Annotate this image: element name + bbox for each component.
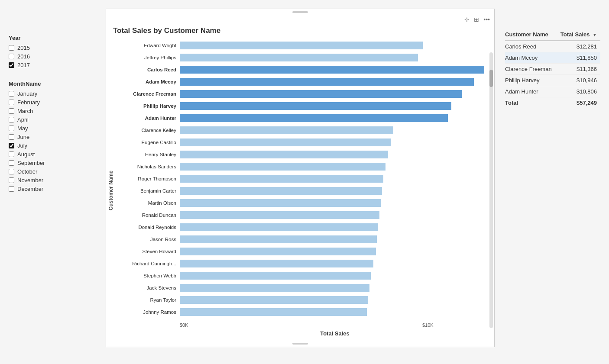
bar-row[interactable]: Ryan Taylor bbox=[116, 294, 490, 306]
year-filter-item-2015[interactable]: 2015 bbox=[9, 45, 95, 51]
right-table: Customer Name Total Sales ▼ Carlos Reed$… bbox=[505, 9, 600, 108]
bar-row[interactable]: Steven Howard bbox=[116, 245, 490, 258]
bar-track bbox=[180, 223, 490, 231]
table-cell-sales: $11,366 bbox=[558, 64, 600, 75]
table-row[interactable]: Phillip Harvey$10,946 bbox=[505, 75, 600, 86]
month-filter-item-July[interactable]: July bbox=[9, 142, 95, 149]
bar-row[interactable]: Johnny Ramos bbox=[116, 306, 490, 318]
bar-row[interactable]: Phillip Harvey bbox=[116, 100, 490, 112]
table-row[interactable]: Clarence Freeman$11,366 bbox=[505, 64, 600, 75]
expand-icon[interactable]: ⊞ bbox=[474, 16, 479, 23]
bar-track bbox=[180, 90, 490, 98]
month-filter-item-December[interactable]: December bbox=[9, 186, 95, 192]
bar-fill bbox=[180, 139, 391, 146]
x-tick-0: $0K bbox=[180, 322, 188, 328]
bar-track bbox=[180, 163, 490, 171]
bar-fill bbox=[180, 211, 379, 219]
x-tick-container: $0K$10K bbox=[180, 320, 490, 328]
handle-bar-top bbox=[292, 11, 308, 13]
bar-fill bbox=[180, 248, 376, 255]
col-total-sales[interactable]: Total Sales ▼ bbox=[558, 29, 600, 41]
bar-row[interactable]: Adam Mccoy bbox=[116, 76, 490, 88]
bar-label: Adam Mccoy bbox=[116, 79, 180, 84]
handle-bar-bottom bbox=[292, 343, 308, 345]
bar-row[interactable]: Jason Ross bbox=[116, 233, 490, 245]
month-filter-item-January[interactable]: January bbox=[9, 90, 95, 97]
bar-track bbox=[180, 151, 490, 158]
table-cell-sales: $10,946 bbox=[558, 75, 600, 86]
year-filter-title: Year bbox=[9, 35, 95, 41]
bar-fill bbox=[180, 235, 377, 243]
bar-row[interactable]: Jack Stevens bbox=[116, 282, 490, 294]
month-filter-item-February[interactable]: February bbox=[9, 99, 95, 106]
bar-fill bbox=[180, 151, 388, 158]
bar-row[interactable]: Roger Thompson bbox=[116, 173, 490, 185]
bar-track bbox=[180, 139, 490, 146]
bar-row[interactable]: Edward Wright bbox=[116, 39, 490, 52]
bar-label: Carlos Reed bbox=[116, 67, 180, 72]
month-filter-item-April[interactable]: April bbox=[9, 116, 95, 123]
bar-track bbox=[180, 102, 490, 110]
month-filter-item-October[interactable]: October bbox=[9, 168, 95, 175]
bar-fill bbox=[180, 114, 448, 122]
bar-fill bbox=[180, 284, 369, 292]
bar-row[interactable]: Carlos Reed bbox=[116, 64, 490, 76]
bar-row[interactable]: Stephen Webb bbox=[116, 270, 490, 282]
chart-title: Total Sales by Customer Name bbox=[106, 25, 494, 39]
month-filter-title: MonthName bbox=[9, 81, 95, 87]
bar-track bbox=[180, 284, 490, 292]
table-total-value: $57,249 bbox=[558, 97, 600, 109]
bar-row[interactable]: Eugene Castillo bbox=[116, 136, 490, 148]
month-filter-item-May[interactable]: May bbox=[9, 125, 95, 132]
bar-label: Steven Howard bbox=[116, 249, 180, 254]
x-axis-ticks: $0K$10K bbox=[116, 318, 490, 329]
bar-label: Richard Cunningh... bbox=[116, 261, 180, 266]
bar-label: Johnny Ramos bbox=[116, 309, 180, 315]
bar-row[interactable]: Richard Cunningh... bbox=[116, 258, 490, 270]
table-row[interactable]: Adam Mccoy$11,850 bbox=[505, 52, 600, 64]
table-cell-name: Adam Hunter bbox=[505, 86, 558, 97]
bar-track bbox=[180, 260, 490, 267]
table-row[interactable]: Adam Hunter$10,806 bbox=[505, 86, 600, 97]
chart-toolbar: ⊹ ⊞ ••• bbox=[106, 14, 494, 25]
bar-row[interactable]: Henry Stanley bbox=[116, 148, 490, 161]
table-row[interactable]: Carlos Reed$12,281 bbox=[505, 41, 600, 52]
bar-row[interactable]: Jeffrey Phillips bbox=[116, 52, 490, 64]
bar-label: Stephen Webb bbox=[116, 273, 180, 278]
month-filter-item-August[interactable]: August bbox=[9, 151, 95, 158]
more-icon[interactable]: ••• bbox=[483, 16, 490, 23]
table-cell-sales: $12,281 bbox=[558, 41, 600, 52]
bar-fill bbox=[180, 102, 451, 110]
bar-row[interactable]: Clarence Kelley bbox=[116, 124, 490, 136]
bar-row[interactable]: Donald Reynolds bbox=[116, 221, 490, 233]
month-filter-item-March[interactable]: March bbox=[9, 108, 95, 114]
x-tick-1: $10K bbox=[422, 322, 434, 328]
year-filter-item-2016[interactable]: 2016 bbox=[9, 53, 95, 60]
bar-fill bbox=[180, 260, 373, 267]
bar-track bbox=[180, 199, 490, 207]
bar-row[interactable]: Ronald Duncan bbox=[116, 209, 490, 221]
filter-icon[interactable]: ⊹ bbox=[464, 16, 470, 23]
chart-panel: ⊹ ⊞ ••• Total Sales by Customer Name Cus… bbox=[106, 9, 495, 347]
bar-row[interactable]: Adam Hunter bbox=[116, 112, 490, 124]
month-filter-item-September[interactable]: September bbox=[9, 160, 95, 166]
bar-fill bbox=[180, 223, 378, 231]
bar-row[interactable]: Nicholas Sanders bbox=[116, 161, 490, 173]
bar-row[interactable]: Clarence Freeman bbox=[116, 88, 490, 100]
bar-track bbox=[180, 248, 490, 255]
bar-row[interactable]: Martin Olson bbox=[116, 197, 490, 209]
bar-track bbox=[180, 126, 490, 134]
month-filter-item-June[interactable]: June bbox=[9, 134, 95, 140]
month-filter-item-November[interactable]: November bbox=[9, 177, 95, 184]
bar-track bbox=[180, 187, 490, 195]
scrollbar-vertical[interactable] bbox=[489, 52, 493, 328]
bar-row[interactable]: Benjamin Carter bbox=[116, 185, 490, 197]
bar-track bbox=[180, 78, 490, 86]
scrollbar-thumb[interactable] bbox=[489, 70, 493, 87]
table-cell-name: Clarence Freeman bbox=[505, 64, 558, 75]
bar-label: Benjamin Carter bbox=[116, 188, 180, 193]
month-filter-group: MonthName JanuaryFebruaryMarchAprilMayJu… bbox=[9, 81, 95, 192]
year-filter-item-2017[interactable]: 2017 bbox=[9, 62, 95, 68]
chart-body: Customer Name Edward WrightJeffrey Phill… bbox=[106, 39, 494, 341]
bar-label: Martin Olson bbox=[116, 200, 180, 206]
